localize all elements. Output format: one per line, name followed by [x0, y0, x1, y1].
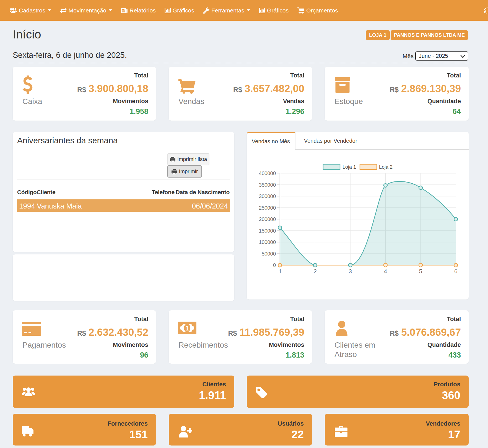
svg-text:250000: 250000 [259, 205, 276, 211]
svg-text:5: 5 [419, 268, 422, 274]
svg-text:1: 1 [185, 324, 189, 332]
svg-text:400000: 400000 [259, 170, 276, 176]
svg-text:3: 3 [349, 268, 352, 274]
svg-text:0: 0 [273, 262, 276, 268]
svg-text:200000: 200000 [259, 216, 276, 222]
svg-text:1: 1 [279, 268, 282, 274]
svg-text:350000: 350000 [259, 182, 276, 188]
svg-text:100000: 100000 [259, 239, 276, 245]
svg-text:2: 2 [313, 268, 317, 274]
svg-text:4: 4 [384, 268, 387, 274]
svg-text:6: 6 [454, 268, 458, 274]
svg-text:50000: 50000 [262, 251, 276, 257]
svg-text:300000: 300000 [259, 193, 276, 199]
svg-text:Loja 2: Loja 2 [379, 164, 393, 170]
svg-text:150000: 150000 [259, 228, 276, 234]
svg-text:Loja 1: Loja 1 [342, 164, 356, 170]
